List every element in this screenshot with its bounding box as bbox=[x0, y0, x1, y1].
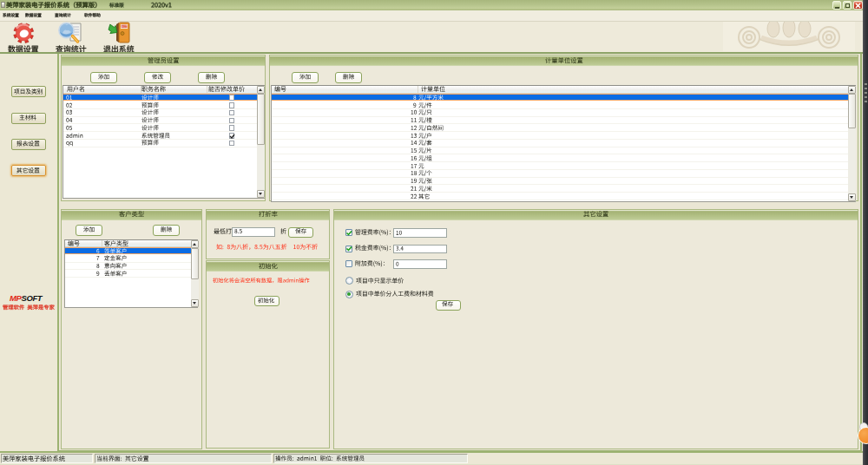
svg-text:EXIT: EXIT bbox=[122, 25, 128, 29]
